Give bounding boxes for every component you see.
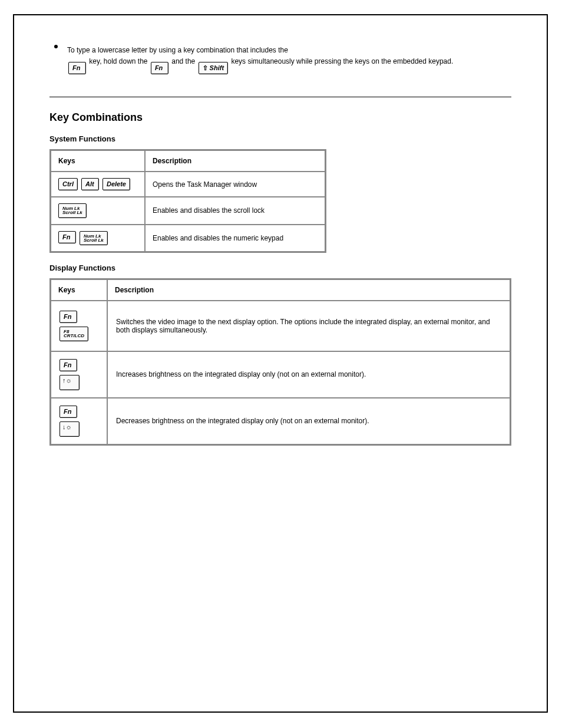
bullet-item: To type a lowercase letter by using a ke… — [49, 45, 511, 74]
fn-key-inline-1: Fn — [68, 62, 86, 74]
bullet-line2-pre: key, hold down the — [89, 57, 147, 65]
table-row: Num Lk Scroll Lk Enables and disables th… — [51, 197, 325, 224]
keys-cell: Ctrl Alt Delete — [51, 172, 145, 197]
ctrl-key-icon: Ctrl — [58, 178, 78, 190]
col-header-keys: Keys — [51, 150, 145, 172]
subsection-heading-display: Display Functions — [49, 263, 511, 272]
brightness-up-key-icon — [59, 375, 80, 390]
f8-crtlcd-key-icon: F8 CRT/LCD — [59, 327, 88, 341]
shift-key-inline: Shift — [199, 62, 228, 74]
bullet-line2-mid: and the — [171, 57, 195, 65]
table-header-row: Keys Description — [51, 150, 325, 172]
shift-key-icon: Shift — [199, 62, 228, 74]
system-functions-table: Keys Description Ctrl Alt Delete Opens t… — [49, 149, 326, 253]
keys-cell: Fn F8 CRT/LCD — [51, 301, 107, 351]
brightness-down-key-icon — [59, 421, 80, 437]
section-divider — [49, 97, 511, 97]
table-row: Fn F8 CRT/LCD Switches the video image t… — [51, 301, 510, 351]
display-functions-table: Keys Description Fn F8 CRT/LCD Switches … — [49, 278, 511, 446]
fn-key-inline-2: Fn — [151, 62, 168, 74]
desc-cell: Enables and disables the scroll lock — [145, 197, 325, 224]
desc-cell: Increases brightness on the integrated d… — [107, 351, 510, 398]
numlk-scrolllk-key-icon: Num Lk Scroll Lk — [58, 203, 87, 218]
alt-key-icon: Alt — [81, 178, 99, 190]
bullet-dot — [54, 45, 58, 48]
desc-cell: Opens the Task Manager window — [145, 172, 325, 197]
col-header-keys: Keys — [51, 279, 107, 301]
fn-key-icon: Fn — [151, 62, 168, 74]
keys-cell: Fn Num Lk Scroll Lk — [51, 225, 145, 252]
keys-cell: Fn — [51, 351, 107, 398]
delete-key-icon: Delete — [103, 178, 130, 190]
table-header-row: Keys Description — [51, 279, 510, 301]
table-row: Ctrl Alt Delete Opens the Task Manager w… — [51, 172, 325, 197]
keys-cell: Num Lk Scroll Lk — [51, 197, 145, 224]
desc-cell: Decreases brightness on the integrated d… — [107, 398, 510, 444]
fn-key-icon: Fn — [59, 359, 77, 371]
col-header-description: Description — [107, 279, 510, 301]
desc-cell: Enables and disables the numeric keypad — [145, 225, 325, 252]
bullet-line1-pre: To type a lowercase letter by using a ke… — [67, 46, 288, 54]
bullet-line2-post: keys simultaneously while pressing the k… — [231, 57, 453, 65]
table-row: Fn Num Lk Scroll Lk Enables and disables… — [51, 225, 325, 252]
bullet-text: To type a lowercase letter by using a ke… — [67, 45, 511, 74]
table-row: Fn Increases brightness on the integrate… — [51, 351, 510, 398]
fn-key-icon: Fn — [59, 311, 77, 323]
desc-cell: Switches the video image to the next dis… — [107, 301, 510, 351]
numlk-scrolllk-key-icon: Num Lk Scroll Lk — [80, 231, 108, 245]
subsection-heading-system: System Functions — [49, 134, 511, 143]
fn-key-icon: Fn — [58, 231, 76, 243]
keys-cell: Fn — [51, 398, 107, 444]
table-row: Fn Decreases brightness on the integrate… — [51, 398, 510, 444]
fn-key-icon: Fn — [59, 406, 77, 418]
page-frame: To type a lowercase letter by using a ke… — [13, 14, 548, 713]
fn-key-icon: Fn — [68, 62, 86, 74]
section-heading-key-combinations: Key Combinations — [49, 111, 511, 124]
col-header-description: Description — [145, 150, 325, 172]
